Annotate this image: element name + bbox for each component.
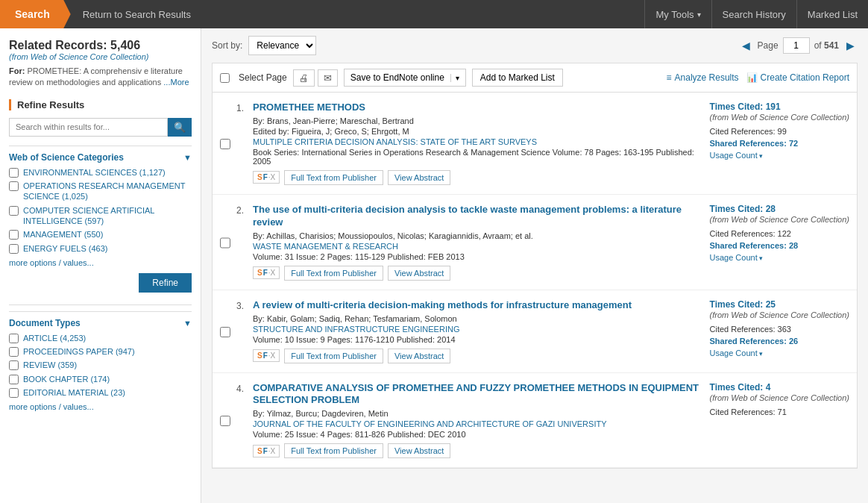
doctype-item: EDITORIAL MATERIAL (23) bbox=[9, 387, 192, 398]
result-journal-4: JOURNAL OF THE FACULTY OF ENGINEERING AN… bbox=[253, 419, 702, 428]
doctype-label-2[interactable]: REVIEW (359) bbox=[23, 360, 77, 370]
cited-refs-4: Cited References: 71 bbox=[710, 407, 849, 416]
usage-count-3[interactable]: Usage Count bbox=[710, 349, 849, 357]
category-label-1[interactable]: OPERATIONS RESEARCH MANAGEMENT SCIENCE (… bbox=[23, 181, 192, 202]
search-within-input[interactable] bbox=[9, 118, 168, 137]
more-options-link[interactable]: more options / values... bbox=[9, 258, 192, 267]
document-types-section: Document Types ▼ ARTICLE (4,253) PROCEED… bbox=[9, 304, 192, 411]
analyze-results-link[interactable]: ≡ Analyze Results bbox=[667, 72, 739, 83]
refine-results-header: Refine Results bbox=[9, 99, 192, 110]
times-cited-sub-4: (from Web of Science Core Collection) bbox=[710, 393, 849, 403]
category-checkbox-0[interactable] bbox=[9, 168, 19, 178]
category-checkbox-4[interactable] bbox=[9, 244, 19, 254]
result-meta-4: Volume: 25 Issue: 4 Pages: 811-826 Publi… bbox=[253, 430, 702, 439]
refine-button[interactable]: Refine bbox=[139, 273, 192, 293]
result-stats-2: Times Cited: 28 (from Web of Science Cor… bbox=[702, 204, 849, 281]
toolbar-icons-group: 🖨 ✉ bbox=[293, 69, 338, 87]
search-within-button[interactable]: 🔍 bbox=[168, 118, 192, 137]
chevron-down-icon: ▼ bbox=[183, 153, 192, 162]
search-history-link[interactable]: Search History bbox=[711, 0, 796, 28]
view-abstract-button-1[interactable]: View Abstract bbox=[388, 170, 450, 185]
result-body-1: PROMETHEE METHODS By: Brans, Jean-Pierre… bbox=[253, 101, 702, 185]
category-item: ENERGY FUELS (463) bbox=[9, 243, 192, 254]
my-tools-menu[interactable]: My Tools ▾ bbox=[644, 0, 711, 28]
cited-refs-2: Cited References: 122 bbox=[710, 229, 849, 238]
category-label-0[interactable]: ENVIRONMENTAL SCIENCES (1,127) bbox=[23, 167, 166, 178]
document-types-header[interactable]: Document Types ▼ bbox=[9, 311, 192, 328]
category-label-2[interactable]: COMPUTER SCIENCE ARTIFICIAL INTELLIGENCE… bbox=[23, 205, 192, 227]
result-checkbox-3[interactable] bbox=[220, 301, 230, 363]
sfx-badge-1: S F ·X bbox=[253, 171, 280, 184]
result-title-2[interactable]: The use of multi-criteria decision analy… bbox=[253, 204, 702, 229]
full-text-button-3[interactable]: Full Text from Publisher bbox=[284, 349, 383, 363]
category-checkbox-1[interactable] bbox=[9, 181, 19, 191]
result-stats-3: Times Cited: 25 (from Web of Science Cor… bbox=[702, 299, 849, 363]
doctype-item: BOOK CHAPTER (174) bbox=[9, 374, 192, 384]
result-checkbox-1[interactable] bbox=[220, 103, 230, 185]
result-title-4[interactable]: COMPARATIVE ANALYSIS OF PROMETHEE AND FU… bbox=[253, 382, 702, 407]
view-abstract-button-2[interactable]: View Abstract bbox=[388, 266, 450, 281]
times-cited-sub-2: (from Web of Science Core Collection) bbox=[710, 214, 849, 225]
sort-select[interactable]: Relevance bbox=[248, 36, 316, 55]
related-records-sub: (from Web of Science Core Collection) bbox=[9, 52, 192, 61]
top-navigation: Search Return to Search Results My Tools… bbox=[0, 0, 868, 28]
web-of-science-categories-header[interactable]: Web of Science Categories ▼ bbox=[9, 146, 192, 163]
category-label-3[interactable]: MANAGEMENT (550) bbox=[23, 229, 103, 240]
result-title-1[interactable]: PROMETHEE METHODS bbox=[253, 101, 702, 114]
clearfix: Refine bbox=[9, 273, 192, 299]
marked-list-link[interactable]: Marked List bbox=[796, 0, 868, 28]
times-cited-label-2: Times Cited: 28 bbox=[710, 204, 849, 214]
times-cited-label-4: Times Cited: 4 bbox=[710, 382, 849, 393]
page-input[interactable]: 1 bbox=[783, 37, 810, 54]
result-checkbox-2[interactable] bbox=[220, 205, 230, 281]
result-meta-2: Volume: 31 Issue: 2 Pages: 115-129 Publi… bbox=[253, 252, 702, 261]
more-options-link-2[interactable]: more options / values... bbox=[9, 402, 192, 411]
result-title-3[interactable]: A review of multi-criteria decision-maki… bbox=[253, 299, 702, 312]
save-endnote-button[interactable]: Save to EndNote online ▾ bbox=[344, 69, 466, 87]
doctype-checkbox-4[interactable] bbox=[9, 388, 19, 398]
result-number-3: 3. bbox=[236, 301, 253, 363]
usage-count-2[interactable]: Usage Count bbox=[710, 253, 849, 262]
doctype-checkbox-0[interactable] bbox=[9, 334, 19, 343]
doctype-label-3[interactable]: BOOK CHAPTER (174) bbox=[23, 374, 110, 384]
category-checkbox-2[interactable] bbox=[9, 206, 19, 216]
sfx-badge-4: S F ·X bbox=[253, 445, 280, 457]
page-next-icon[interactable]: ▶ bbox=[843, 38, 858, 53]
doctype-checkbox-1[interactable] bbox=[9, 347, 19, 357]
view-abstract-button-4[interactable]: View Abstract bbox=[388, 443, 450, 458]
doctype-label-1[interactable]: PROCEEDINGS PAPER (947) bbox=[23, 346, 135, 357]
create-citation-report-link[interactable]: 📊 Create Citation Report bbox=[746, 72, 849, 83]
chevron-down-icon: ▼ bbox=[183, 319, 192, 328]
for-more-link[interactable]: ...More bbox=[163, 78, 189, 87]
add-to-marked-list-button[interactable]: Add to Marked List bbox=[472, 69, 563, 87]
view-abstract-button-3[interactable]: View Abstract bbox=[388, 349, 450, 363]
result-meta-3: Volume: 10 Issue: 9 Pages: 1176-1210 Pub… bbox=[253, 335, 702, 344]
sidebar: Related Records: 5,406 (from Web of Scie… bbox=[0, 28, 201, 503]
save-endnote-label: Save to EndNote online bbox=[350, 72, 444, 83]
doctype-label-0[interactable]: ARTICLE (4,253) bbox=[23, 333, 86, 343]
print-icon-button[interactable]: 🖨 bbox=[293, 69, 315, 87]
doctype-label-4[interactable]: EDITORIAL MATERIAL (23) bbox=[23, 387, 125, 398]
result-edited-1: Edited by: Figueira, J; Greco, S; Ehrgot… bbox=[253, 127, 702, 136]
email-icon-button[interactable]: ✉ bbox=[318, 69, 338, 87]
full-text-button-2[interactable]: Full Text from Publisher bbox=[284, 266, 383, 281]
doctype-checkbox-2[interactable] bbox=[9, 360, 19, 370]
return-to-results-button[interactable]: Return to Search Results bbox=[71, 0, 203, 28]
result-journal-2: WASTE MANAGEMENT & RESEARCH bbox=[253, 242, 702, 251]
search-button[interactable]: Search bbox=[0, 0, 71, 28]
nav-right-group: My Tools ▾ Search History Marked List bbox=[644, 0, 868, 28]
doctype-checkbox-3[interactable] bbox=[9, 375, 19, 384]
result-authors-1: By: Brans, Jean-Pierre; Mareschal, Bertr… bbox=[253, 116, 702, 125]
bar-chart-icon: ≡ bbox=[667, 72, 672, 83]
save-endnote-dropdown-icon[interactable]: ▾ bbox=[450, 74, 459, 82]
full-text-button-1[interactable]: Full Text from Publisher bbox=[284, 170, 383, 185]
page-prev-icon[interactable]: ◀ bbox=[739, 38, 753, 53]
result-body-3: A review of multi-criteria decision-maki… bbox=[253, 299, 702, 363]
full-text-button-4[interactable]: Full Text from Publisher bbox=[284, 443, 383, 458]
category-checkbox-3[interactable] bbox=[9, 230, 19, 240]
select-page-checkbox[interactable] bbox=[220, 73, 230, 83]
usage-count-1[interactable]: Usage Count bbox=[710, 151, 849, 160]
page-of-label: of 541 bbox=[814, 40, 839, 51]
result-checkbox-4[interactable] bbox=[220, 384, 230, 459]
category-label-4[interactable]: ENERGY FUELS (463) bbox=[23, 243, 108, 254]
